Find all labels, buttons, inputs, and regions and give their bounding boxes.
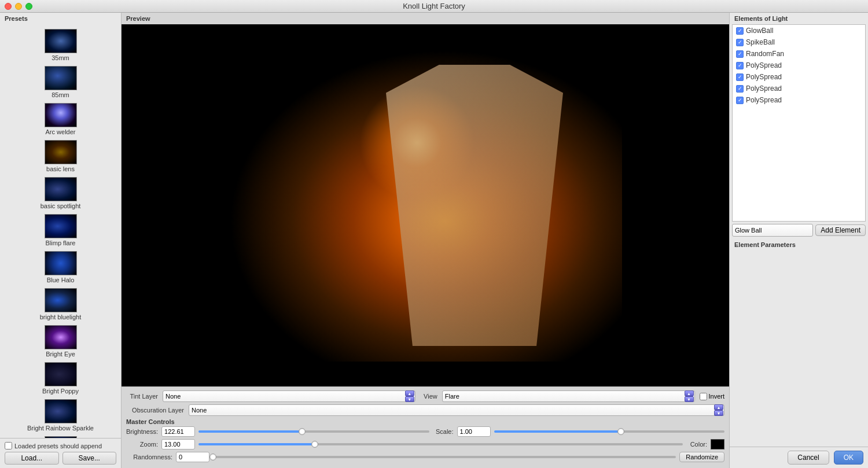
traffic-lights[interactable] <box>5 3 32 10</box>
element-item[interactable]: ✓ PolySpread <box>733 60 865 71</box>
zoom-slider[interactable] <box>198 443 683 445</box>
load-button[interactable]: Load... <box>5 452 59 465</box>
presets-footer: Loaded presets should append Load... Sav… <box>0 438 121 468</box>
zoom-input[interactable] <box>161 439 195 449</box>
obs-row: Obscuration Layer None ▲ ▼ <box>126 404 724 416</box>
append-checkbox-row[interactable]: Loaded presets should append <box>5 442 116 449</box>
master-controls-label: Master Controls <box>126 418 724 425</box>
color-label: Color: <box>686 441 707 448</box>
append-checkbox[interactable] <box>5 442 12 449</box>
element-checkbox[interactable]: ✓ <box>736 97 744 104</box>
preset-thumbnail <box>45 436 77 438</box>
element-checkbox[interactable]: ✓ <box>736 27 744 35</box>
preset-thumbnail <box>45 251 77 275</box>
scale-thumb[interactable] <box>617 428 624 435</box>
element-label: PolySpread <box>746 96 782 104</box>
invert-checkbox[interactable] <box>700 393 707 400</box>
zoom-label: Zoom: <box>126 441 158 448</box>
preset-thumbnail <box>45 362 77 386</box>
preset-item[interactable]: basic spotlight <box>0 175 121 212</box>
scale-slider[interactable] <box>494 430 724 433</box>
element-type-dropdown[interactable]: Glow Ball <box>732 224 813 237</box>
randomness-slider[interactable] <box>213 456 676 458</box>
preset-thumbnail <box>45 66 77 90</box>
brightness-thumb[interactable] <box>299 428 306 435</box>
scale-input[interactable] <box>457 426 491 437</box>
preset-item[interactable]: Bright Eye <box>0 323 121 360</box>
element-checkbox[interactable]: ✓ <box>736 73 744 81</box>
presets-header: Presets <box>0 13 121 24</box>
randomize-button[interactable]: Randomize <box>679 452 724 462</box>
element-item[interactable]: ✓ PolySpread <box>733 94 865 106</box>
zoom-thumb[interactable] <box>311 441 318 448</box>
preset-item[interactable]: Blimp flare <box>0 212 121 249</box>
center-panel: Preview Tint Layer None ▲ <box>122 13 729 468</box>
right-panel-footer: Cancel OK <box>730 447 868 468</box>
preview-image <box>229 49 622 362</box>
preset-item[interactable]: Bright Sky <box>0 434 121 438</box>
invert-checkbox-row[interactable]: Invert <box>700 393 725 400</box>
element-item[interactable]: ✓ PolySpread <box>733 71 865 83</box>
preset-label: 35mm <box>52 54 69 61</box>
element-params-area <box>730 250 868 447</box>
element-label: GlowBall <box>746 27 773 35</box>
preset-item[interactable]: Bright Rainbow Sparkle <box>0 397 121 434</box>
cancel-button[interactable]: Cancel <box>788 451 829 465</box>
element-label: SpikeBall <box>746 38 775 46</box>
save-button[interactable]: Save... <box>62 452 117 465</box>
preset-item[interactable]: Arc welder <box>0 101 121 138</box>
randomness-input[interactable] <box>176 452 209 462</box>
footer-buttons: Load... Save... <box>5 452 116 465</box>
add-element-button[interactable]: Add Element <box>815 224 866 236</box>
view-dropdown-wrapper: Flare ▲ ▼ <box>442 390 695 402</box>
scale-label: Scale: <box>433 428 454 435</box>
tint-dropdown-wrapper: None ▲ ▼ <box>163 390 415 402</box>
elements-list: ✓ GlowBall ✓ SpikeBall ✓ RandomFan ✓ Pol… <box>732 24 866 222</box>
element-checkbox[interactable]: ✓ <box>736 39 744 46</box>
preset-item[interactable]: bright bluelight <box>0 286 121 323</box>
preset-thumbnail <box>45 177 77 201</box>
tint-dropdown[interactable]: None <box>163 390 415 402</box>
close-button[interactable] <box>5 3 12 10</box>
element-item[interactable]: ✓ RandomFan <box>733 48 865 60</box>
view-label: View <box>420 393 437 400</box>
preset-item[interactable]: Bright Poppy <box>0 360 121 397</box>
preset-thumbnail <box>45 214 77 238</box>
minimize-button[interactable] <box>15 3 22 10</box>
tint-label: Tint Layer <box>126 393 158 400</box>
obs-dropdown-wrapper: None ▲ ▼ <box>189 404 724 416</box>
preset-label: Bright Eye <box>46 351 75 358</box>
add-element-row: Glow Ball Add Element <box>730 222 868 239</box>
presets-list[interactable]: 35mm 85mm Arc welder basic lens basic sp… <box>0 24 121 438</box>
element-label: PolySpread <box>746 61 782 69</box>
preset-thumbnail <box>45 103 77 127</box>
preset-item[interactable]: 85mm <box>0 64 121 101</box>
element-label: PolySpread <box>746 73 782 81</box>
obs-dropdown[interactable]: None <box>189 404 724 416</box>
preset-label: basic lens <box>46 165 75 172</box>
element-checkbox[interactable]: ✓ <box>736 50 744 58</box>
brightness-slider[interactable] <box>198 430 429 433</box>
randomness-thumb[interactable] <box>209 454 216 460</box>
controls-panel: Tint Layer None ▲ ▼ View Flare <box>122 386 729 468</box>
add-dropdown-wrapper: Glow Ball <box>732 224 813 237</box>
maximize-button[interactable] <box>25 3 32 10</box>
preset-item[interactable]: 35mm <box>0 27 121 64</box>
brightness-input[interactable] <box>161 426 195 437</box>
element-item[interactable]: ✓ PolySpread <box>733 83 865 94</box>
view-dropdown[interactable]: Flare <box>442 390 695 402</box>
element-label: RandomFan <box>746 50 784 58</box>
ok-button[interactable]: OK <box>834 451 863 465</box>
elements-header: Elements of Light <box>730 13 868 24</box>
preset-thumbnail <box>45 325 77 349</box>
element-item[interactable]: ✓ GlowBall <box>733 25 865 36</box>
element-label: PolySpread <box>746 84 782 93</box>
element-checkbox[interactable]: ✓ <box>736 85 744 93</box>
preset-item[interactable]: basic lens <box>0 138 121 175</box>
color-swatch[interactable] <box>711 439 724 449</box>
element-item[interactable]: ✓ SpikeBall <box>733 36 865 48</box>
obs-label: Obscuration Layer <box>126 407 184 414</box>
element-checkbox[interactable]: ✓ <box>736 62 744 69</box>
invert-label: Invert <box>709 393 725 400</box>
preset-item[interactable]: Blue Halo <box>0 249 121 286</box>
